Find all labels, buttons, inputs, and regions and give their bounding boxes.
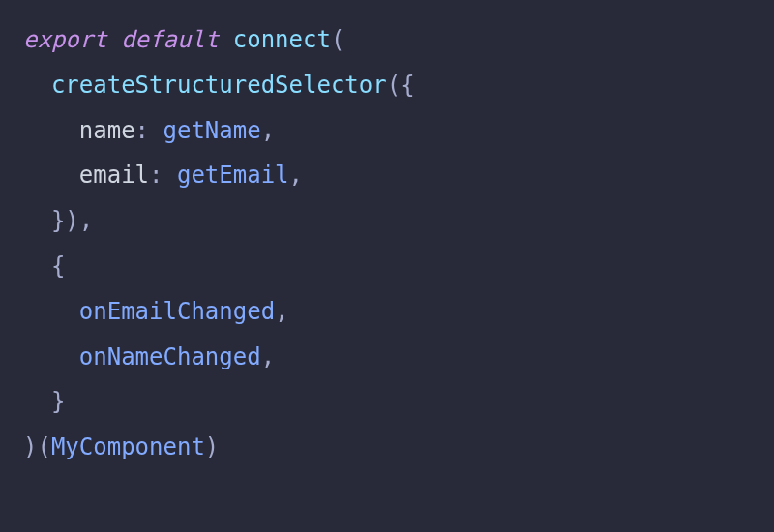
- code-line: email: getEmail,: [23, 153, 751, 198]
- token-fn: createStructuredSelector: [51, 72, 387, 99]
- token-punc: ,: [275, 298, 288, 325]
- token-ident: onEmailChanged: [79, 298, 275, 325]
- code-line: name: getName,: [23, 108, 751, 154]
- token-punc: ,: [261, 343, 275, 370]
- token-prop: email: [79, 162, 149, 189]
- code-line: }),: [23, 198, 751, 244]
- token-ident: getName: [164, 117, 261, 144]
- token-ident: getEmail: [177, 162, 289, 189]
- token-punc: ,: [261, 117, 275, 144]
- token-punc: ): [205, 433, 219, 460]
- code-line: createStructuredSelector({: [23, 63, 751, 108]
- token-punc: }: [51, 388, 65, 415]
- token-punc: }),: [51, 207, 93, 234]
- token-punc: ({: [387, 72, 415, 99]
- code-line: )(MyComponent): [23, 425, 751, 470]
- token-punc: {: [51, 252, 65, 280]
- token-punc: :: [135, 117, 164, 144]
- token-punc: :: [149, 162, 177, 189]
- code-line: onNameChanged,: [23, 335, 751, 380]
- token-prop: name: [79, 117, 135, 144]
- code-line: {: [23, 244, 751, 289]
- code-block: export default connect( createStructured…: [23, 17, 751, 470]
- code-line: export default connect(: [23, 17, 751, 63]
- token-punc: ,: [289, 162, 303, 189]
- token-kw: export default: [23, 26, 233, 53]
- token-ident: onNameChanged: [79, 343, 261, 370]
- token-ident: MyComponent: [51, 433, 205, 460]
- code-line: onEmailChanged,: [23, 289, 751, 335]
- token-punc: (: [331, 26, 344, 53]
- code-line: }: [23, 379, 751, 425]
- token-fn: connect: [233, 26, 331, 53]
- token-punc: )(: [23, 433, 51, 460]
